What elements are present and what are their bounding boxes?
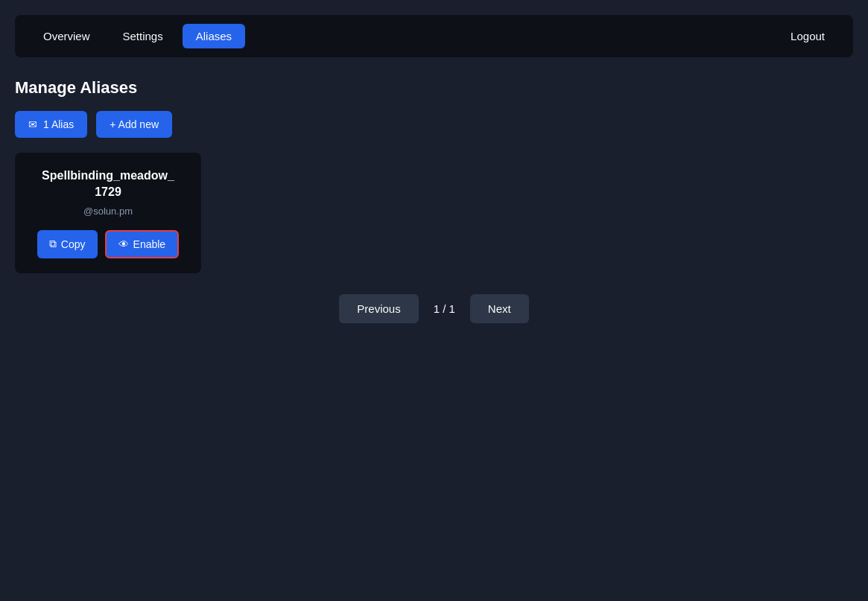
pagination: Previous 1 / 1 Next (15, 294, 853, 323)
copy-icon: ⧉ (49, 238, 57, 250)
action-bar: ✉ 1 Alias + Add new (15, 111, 853, 138)
eye-icon: 👁 (118, 238, 129, 250)
card-actions: ⧉ Copy 👁 Enable (37, 230, 179, 258)
page-title: Manage Aliases (15, 78, 853, 98)
alias-card: Spellbinding_meadow_ 1729 @solun.pm ⧉ Co… (15, 153, 201, 273)
previous-button[interactable]: Previous (339, 294, 418, 323)
navbar: Overview Settings Aliases Logout (15, 15, 853, 57)
alias-name-line2: 1729 (95, 185, 121, 198)
nav-tabs: Overview Settings Aliases (30, 24, 245, 48)
copy-label: Copy (61, 238, 86, 250)
alias-count-label: 1 Alias (43, 118, 74, 130)
copy-button[interactable]: ⧉ Copy (37, 230, 98, 258)
add-new-button[interactable]: + Add new (96, 111, 172, 138)
page-info: 1 / 1 (428, 302, 461, 315)
enable-label: Enable (133, 238, 166, 250)
tab-aliases[interactable]: Aliases (183, 24, 245, 48)
tab-overview[interactable]: Overview (30, 24, 104, 48)
alias-name-line1: Spellbinding_meadow_ (42, 169, 174, 182)
app-container: Overview Settings Aliases Logout Manage … (0, 0, 868, 601)
enable-button[interactable]: 👁 Enable (105, 230, 180, 258)
logout-button[interactable]: Logout (777, 24, 838, 48)
tab-settings[interactable]: Settings (110, 24, 177, 48)
add-new-label: + Add new (110, 118, 159, 130)
mail-icon: ✉ (28, 118, 37, 130)
alias-count-button[interactable]: ✉ 1 Alias (15, 111, 87, 138)
alias-name: Spellbinding_meadow_ 1729 (42, 168, 174, 201)
next-button[interactable]: Next (470, 294, 529, 323)
alias-domain: @solun.pm (83, 206, 133, 217)
